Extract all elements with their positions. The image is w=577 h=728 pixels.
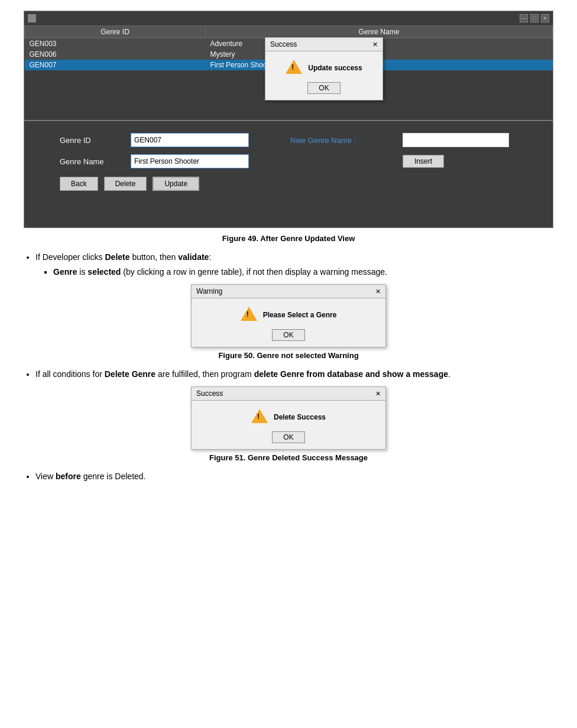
body-text1: If Developer clicks <box>35 252 105 262</box>
genre-id-label: Genre ID <box>60 136 131 145</box>
delete-bold: Delete <box>105 252 129 262</box>
delete-msg-bold: delete Genre from database and show a me… <box>254 369 448 379</box>
col-genre-name-header: Genre Name <box>205 26 552 38</box>
new-genre-name-input[interactable] <box>403 133 509 147</box>
maximize-button[interactable]: □ <box>530 14 539 22</box>
dialog-message-text: Update success <box>308 64 362 72</box>
top-panel: Genre ID Genre Name GEN003 Adventure GEN… <box>24 25 553 120</box>
warning-icon <box>286 60 302 76</box>
cell-genre-id: GEN003 <box>25 38 206 50</box>
figure51-caption: Figure 51. Genre Deleted Success Message <box>18 453 559 462</box>
form-grid: Genre ID New Genre Name : Genre Name Ins… <box>60 133 535 168</box>
success-delete-message-row: Delete Success <box>251 409 326 425</box>
body-content: If Developer clicks Delete button, then … <box>0 251 577 483</box>
warning-icon2 <box>241 307 257 323</box>
warning-dialog: Warning ✕ Please Select a Genre OK <box>191 284 386 347</box>
warning-triangle-shape <box>286 60 302 74</box>
warning-triangle-shape2 <box>241 307 257 321</box>
warning-ok-button[interactable]: OK <box>272 329 304 341</box>
delete-genre-bold: Delete Genre <box>105 369 155 379</box>
minimize-button[interactable]: — <box>520 14 528 22</box>
update-button[interactable]: Update <box>153 177 199 191</box>
bottom-panel: Genre ID New Genre Name : Genre Name Ins… <box>24 121 553 228</box>
app-window: — □ ✕ Genre ID Genre Name GEN003 Adventu… <box>24 11 553 228</box>
delete-button[interactable]: Delete <box>104 177 147 191</box>
main-bullet-list2: If all conditions for Delete Genre are f… <box>35 368 559 381</box>
col-genre-id-header: Genre ID <box>25 26 206 38</box>
main-bullet-list3: View before genre is Deleted. <box>35 470 559 483</box>
warning-dialog-close-button[interactable]: ✕ <box>375 288 381 295</box>
body-text1-colon: : <box>209 252 211 262</box>
bullet-delete-success: If all conditions for Delete Genre are f… <box>35 368 559 381</box>
success-delete-title: Success <box>196 389 223 398</box>
success-delete-dialog: Success ✕ Delete Success OK <box>191 386 386 450</box>
success-delete-ok-button[interactable]: OK <box>272 431 304 443</box>
body-text2-part2: are fulfilled, then program <box>155 369 254 379</box>
warning-dialog-center: Warning ✕ Please Select a Genre OK <box>18 284 559 347</box>
warning-dialog-title: Warning <box>196 287 222 295</box>
success-delete-titlebar: Success ✕ <box>192 387 385 401</box>
close-button[interactable]: ✕ <box>541 14 549 22</box>
genre-name-label: Genre Name <box>60 157 131 166</box>
dialog-title: Success <box>270 40 297 48</box>
success-warning-icon <box>251 409 268 425</box>
bullet-delete: If Developer clicks Delete button, then … <box>35 251 559 278</box>
body-text2-part1: If all conditions for <box>35 369 105 379</box>
dialog-body: Update success OK <box>265 51 382 100</box>
body-text1-rest: button, then <box>130 252 179 262</box>
dialog-title-bar: Success ✕ <box>265 38 382 51</box>
title-bar: — □ ✕ <box>24 11 553 25</box>
cell-genre-id: GEN006 <box>25 49 206 60</box>
warning-triangle-shape3 <box>251 409 268 423</box>
bullet-view-before: View before genre is Deleted. <box>35 470 559 483</box>
update-success-dialog: Success ✕ Update success OK <box>265 37 383 100</box>
update-success-dialog-overlay: Success ✕ Update success OK <box>265 37 383 100</box>
success-delete-message-text: Delete Success <box>274 413 326 421</box>
genre-name-input[interactable] <box>131 154 249 168</box>
dialog-message-row: Update success <box>286 60 362 76</box>
new-genre-name-label: New Genre Name : <box>290 136 397 145</box>
genre-bold: Genre <box>53 267 77 277</box>
selected-bold: selected <box>87 267 121 277</box>
warning-message-text: Please Select a Genre <box>263 311 337 319</box>
cell-genre-id: GEN007 <box>25 60 206 70</box>
success-delete-close-button[interactable]: ✕ <box>375 390 381 398</box>
warning-dialog-titlebar: Warning ✕ <box>192 285 385 298</box>
last-bullet-text2: genre is Deleted. <box>81 472 146 481</box>
action-button-row: Back Delete Update <box>60 177 535 191</box>
back-button[interactable]: Back <box>60 177 98 191</box>
body-text2-end: . <box>448 369 450 379</box>
success-delete-dialog-center: Success ✕ Delete Success OK <box>18 386 559 450</box>
success-delete-body: Delete Success OK <box>192 401 385 449</box>
sub-bullet-list: Genre is selected (by clicking a row in … <box>53 266 559 278</box>
sub-text2: (by clicking a row in genre table), if n… <box>121 267 387 277</box>
genre-id-input[interactable] <box>131 133 249 147</box>
sub-bullet-genre: Genre is selected (by clicking a row in … <box>53 266 559 278</box>
last-bullet-text1: View <box>35 472 56 481</box>
validate-bold: validate <box>178 252 209 262</box>
figure49-caption: Figure 49. After Genre Updated View <box>0 234 577 243</box>
app-icon <box>28 14 36 22</box>
before-bold: before <box>56 472 81 481</box>
insert-button[interactable]: Insert <box>403 155 444 168</box>
main-bullet-list: If Developer clicks Delete button, then … <box>35 251 559 278</box>
sub-text1: is <box>77 267 87 277</box>
warning-message-row: Please Select a Genre <box>241 307 337 323</box>
dialog-close-button[interactable]: ✕ <box>372 41 378 48</box>
figure50-caption: Figure 50. Genre not selected Warning <box>18 351 559 360</box>
window-controls: — □ ✕ <box>520 14 549 22</box>
dialog-ok-button[interactable]: OK <box>307 82 340 94</box>
warning-dialog-body: Please Select a Genre OK <box>192 298 385 347</box>
